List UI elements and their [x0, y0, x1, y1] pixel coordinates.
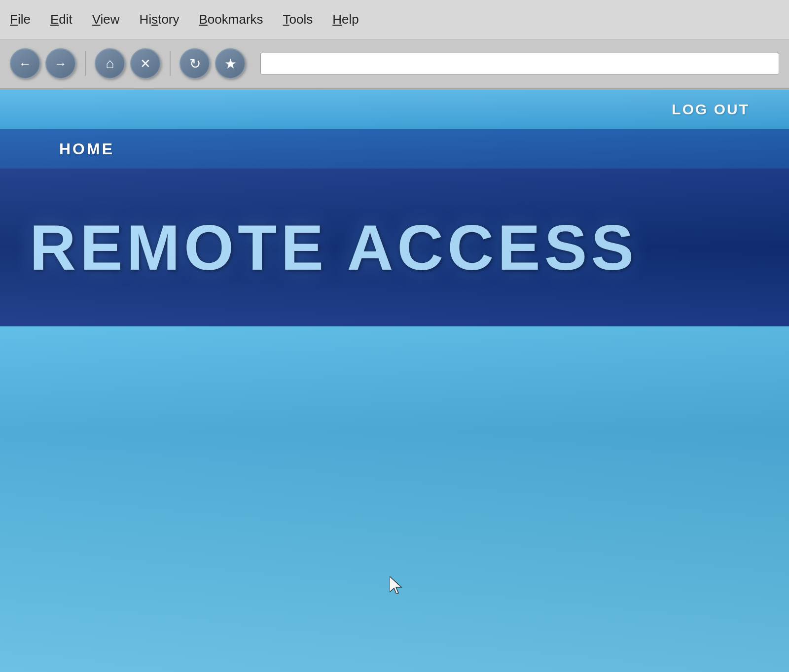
mouse-cursor	[390, 576, 403, 594]
hero-banner: REMOTE ACCESS	[0, 169, 789, 326]
menu-view[interactable]: View	[92, 12, 120, 27]
menu-file[interactable]: File	[10, 12, 31, 27]
back-button[interactable]: ←	[10, 48, 40, 79]
menu-history[interactable]: History	[140, 12, 179, 27]
website-content: LOG OUT HOME REMOTE ACCESS	[0, 90, 789, 672]
menu-help[interactable]: Help	[332, 12, 359, 27]
hero-heading: REMOTE ACCESS	[30, 215, 638, 280]
bookmark-icon: ★	[224, 56, 237, 72]
menu-bookmarks[interactable]: Bookmarks	[199, 12, 263, 27]
toolbar-separator-1	[85, 51, 86, 76]
menu-bar: File Edit View History Bookmarks Tools H…	[0, 0, 789, 39]
menu-tools[interactable]: Tools	[283, 12, 313, 27]
home-nav-link[interactable]: HOME	[59, 140, 114, 158]
refresh-icon: ↻	[189, 56, 201, 72]
logout-button[interactable]: LOG OUT	[672, 101, 750, 118]
back-icon: ←	[19, 56, 32, 71]
svg-marker-0	[390, 576, 401, 594]
home-icon: ⌂	[106, 56, 114, 71]
stop-button[interactable]: ✕	[130, 48, 161, 79]
refresh-button[interactable]: ↻	[179, 48, 210, 79]
menu-edit[interactable]: Edit	[50, 12, 72, 27]
site-top-bar: LOG OUT	[0, 90, 789, 129]
home-button[interactable]: ⌂	[95, 48, 125, 79]
address-bar[interactable]	[260, 53, 779, 74]
forward-button[interactable]: →	[45, 48, 76, 79]
site-nav-bar: HOME	[0, 129, 789, 169]
forward-icon: →	[54, 56, 67, 71]
browser-chrome: File Edit View History Bookmarks Tools H…	[0, 0, 789, 90]
site-body	[0, 326, 789, 672]
stop-icon: ✕	[140, 56, 151, 71]
toolbar-separator-2	[170, 51, 171, 76]
toolbar: ← → ⌂ ✕ ↻ ★	[0, 39, 789, 89]
browser-window: File Edit View History Bookmarks Tools H…	[0, 0, 789, 672]
website-container: LOG OUT HOME REMOTE ACCESS	[0, 90, 789, 672]
bookmark-button[interactable]: ★	[215, 48, 246, 79]
